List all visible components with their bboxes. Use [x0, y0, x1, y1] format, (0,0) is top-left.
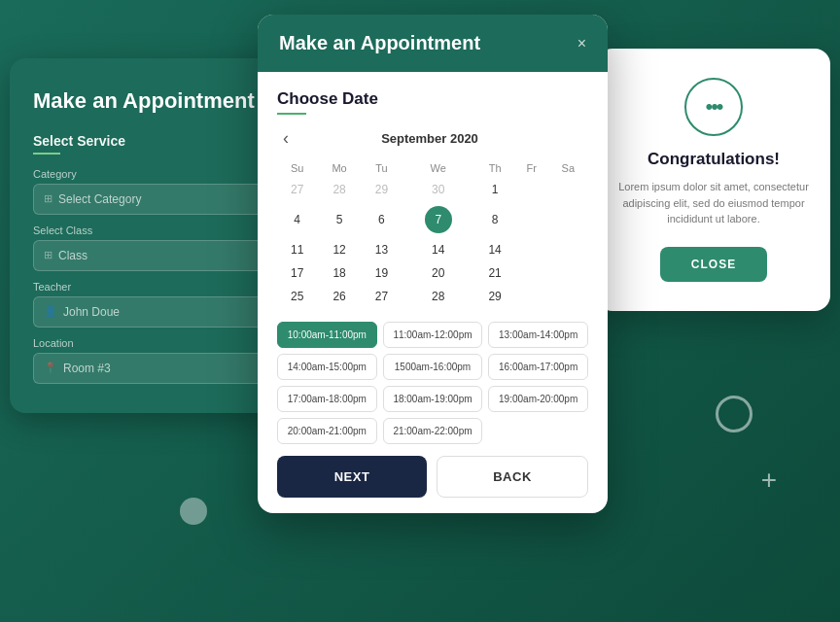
select-service-label: Select Service — [33, 133, 263, 149]
time-slot[interactable]: 14:00am-15:00pm — [277, 354, 377, 380]
teacher-input[interactable]: 👤 John Doue — [33, 296, 263, 328]
calendar-body: 2728293014567811121314141718192021252627… — [277, 178, 588, 308]
time-slots-grid: 10:00am-11:00pm11:00am-12:00pm13:00am-14… — [277, 322, 588, 444]
calendar-day-cell[interactable]: 8 — [475, 201, 515, 238]
calendar-week-row: 1112131414 — [277, 238, 588, 261]
calendar-day-cell[interactable]: 26 — [317, 285, 362, 308]
calendar-day-header: Fr — [515, 158, 548, 178]
calendar-day-cell — [515, 261, 548, 285]
chat-icon-wrap: ••• — [684, 78, 743, 136]
congrats-card: ••• Congratulations! Lorem ipsum dolor s… — [597, 49, 830, 311]
choose-date-title: Choose Date — [277, 89, 588, 109]
calendar-day-header: We — [402, 158, 475, 178]
calendar-day-header: Mo — [317, 158, 362, 178]
calendar-day-cell[interactable]: 14 — [402, 238, 475, 261]
calendar-day-cell[interactable]: 12 — [317, 238, 362, 261]
deco-circle-bottom-left — [180, 498, 207, 525]
calendar-day-cell — [548, 178, 588, 201]
calendar-day-header: Su — [277, 158, 317, 178]
calendar-day-header: Tu — [362, 158, 402, 178]
category-placeholder: Select Category — [58, 192, 141, 206]
deco-circle-ring-right — [716, 396, 752, 432]
calendar-month-label: September 2020 — [381, 131, 478, 146]
modal-title: Make an Appointment — [279, 32, 480, 54]
calendar-day-cell — [515, 178, 548, 201]
calendar-day-cell[interactable]: 28 — [317, 178, 362, 201]
calendar-header-row: SuMoTuWeThFrSa — [277, 158, 588, 178]
calendar-day-cell — [548, 285, 588, 308]
calendar-day-cell[interactable]: 29 — [475, 285, 515, 308]
calendar-day-cell[interactable]: 21 — [475, 261, 515, 285]
select-service-underline — [33, 153, 60, 155]
teacher-placeholder: John Doue — [63, 305, 120, 319]
class-icon: ⊞ — [44, 249, 52, 261]
calendar-day-cell[interactable]: 1 — [475, 178, 515, 201]
calendar-day-cell[interactable]: 28 — [402, 285, 475, 308]
calendar-day-cell[interactable]: 27 — [362, 285, 402, 308]
calendar-day-cell[interactable]: 14 — [475, 238, 515, 261]
calendar-week-row: 272829301 — [277, 178, 588, 201]
location-input[interactable]: 📍 Room #3 — [33, 353, 263, 384]
time-slot[interactable]: 13:00am-14:00pm — [488, 322, 588, 348]
category-label: Category — [33, 168, 263, 180]
time-slot[interactable]: 1500am-16:00pm — [383, 354, 483, 380]
class-input[interactable]: ⊞ Class — [33, 240, 263, 271]
select-class-label: Select Class — [33, 225, 263, 236]
calendar-day-cell — [515, 238, 548, 261]
calendar-day-cell[interactable]: 29 — [362, 178, 402, 201]
calendar-day-cell — [515, 201, 548, 238]
bg-card-title: Make an Appointment — [33, 87, 263, 116]
calendar-day-cell[interactable]: 18 — [317, 261, 362, 285]
calendar-day-cell[interactable]: 20 — [402, 261, 475, 285]
calendar-day-header: Th — [475, 158, 515, 178]
chat-bubble-icon: ••• — [705, 94, 721, 120]
calendar-day-cell[interactable]: 30 — [402, 178, 475, 201]
calendar-grid: SuMoTuWeThFrSa 2728293014567811121314141… — [277, 158, 588, 308]
time-slot[interactable]: 18:00am-19:00pm — [383, 386, 483, 412]
close-button[interactable]: CLOSE — [660, 247, 767, 282]
time-slot[interactable]: 10:00am-11:00pm — [277, 322, 377, 348]
teacher-label: Teacher — [33, 281, 263, 293]
time-slot[interactable]: 19:00am-20:00pm — [488, 386, 588, 412]
calendar-day-cell[interactable]: 19 — [362, 261, 402, 285]
modal-body: Choose Date ‹ September 2020 SuMoTuWeThF… — [258, 72, 608, 513]
calendar-week-row: 2526272829 — [277, 285, 588, 308]
calendar-day-cell[interactable]: 7 — [402, 201, 475, 238]
calendar-nav: ‹ September 2020 — [277, 128, 588, 149]
time-slot[interactable]: 11:00am-12:00pm — [383, 322, 483, 348]
choose-date-underline — [277, 113, 306, 115]
calendar-day-cell — [548, 238, 588, 261]
class-placeholder: Class — [58, 249, 88, 262]
deco-plus: + — [761, 465, 777, 496]
select-service-section: Select Service Category ⊞ Select Categor… — [33, 133, 263, 384]
calendar-week-row: 1718192021 — [277, 261, 588, 285]
modal-footer: NEXT BACK — [277, 456, 588, 498]
calendar-day-cell — [515, 285, 548, 308]
calendar-prev-button[interactable]: ‹ — [277, 128, 295, 149]
calendar-day-cell — [548, 261, 588, 285]
time-slot[interactable]: 17:00am-18:00pm — [277, 386, 377, 412]
category-input[interactable]: ⊞ Select Category — [33, 184, 263, 215]
teacher-icon: 👤 — [44, 305, 57, 318]
calendar-day-cell[interactable]: 4 — [277, 201, 317, 238]
time-slot[interactable]: 21:00am-22:00pm — [383, 418, 483, 444]
congrats-title: Congratulations! — [618, 150, 809, 169]
location-icon: 📍 — [44, 362, 57, 374]
next-button[interactable]: NEXT — [277, 456, 427, 498]
calendar-day-cell[interactable]: 25 — [277, 285, 317, 308]
calendar-day-cell[interactable]: 5 — [317, 201, 362, 238]
calendar-day-cell[interactable]: 11 — [277, 238, 317, 261]
time-slot[interactable]: 20:00am-21:00pm — [277, 418, 377, 444]
calendar-day-cell — [548, 201, 588, 238]
calendar-day-cell[interactable]: 17 — [277, 261, 317, 285]
back-button[interactable]: BACK — [437, 456, 588, 498]
time-slot[interactable]: 16:00am-17:00pm — [488, 354, 588, 380]
main-modal: Make an Appointment × Choose Date ‹ Sept… — [258, 15, 608, 513]
modal-close-button[interactable]: × — [578, 35, 586, 52]
calendar-day-cell[interactable]: 6 — [362, 201, 402, 238]
calendar-day-cell[interactable]: 27 — [277, 178, 317, 201]
calendar-week-row: 45678 — [277, 201, 588, 238]
bg-appointment-card: Make an Appointment Select Service Categ… — [10, 58, 287, 413]
location-label: Location — [33, 337, 263, 349]
calendar-day-cell[interactable]: 13 — [362, 238, 402, 261]
